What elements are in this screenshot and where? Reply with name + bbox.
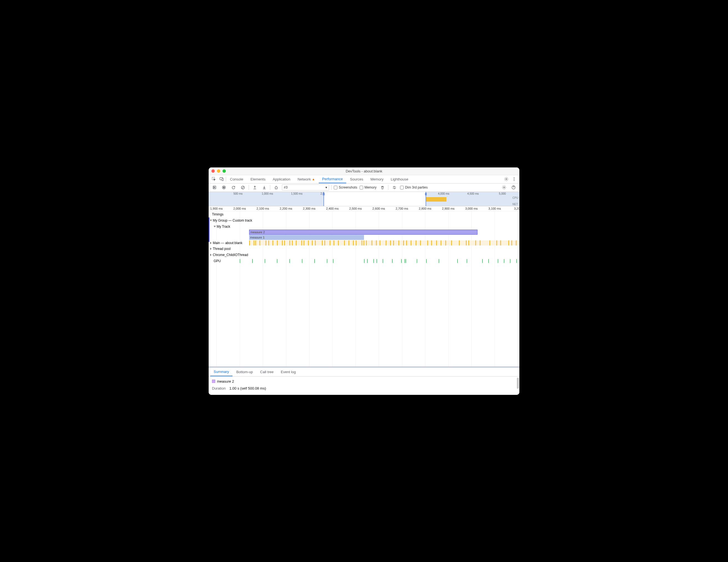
subtrack-row-header[interactable]: My Track (209, 223, 519, 229)
task-bar[interactable] (376, 240, 377, 245)
gpu-task-bar[interactable] (482, 259, 483, 263)
gpu-task-bar[interactable] (289, 259, 290, 263)
tab-console[interactable]: Console (227, 175, 247, 183)
clear-icon[interactable] (239, 184, 246, 191)
task-bar[interactable] (348, 240, 349, 245)
task-bar[interactable] (268, 240, 269, 245)
task-bar[interactable] (371, 240, 372, 245)
task-bar[interactable] (330, 240, 330, 245)
group-row-header[interactable]: My Group — Custom track (209, 217, 519, 223)
task-bar[interactable] (266, 240, 266, 245)
gpu-task-bar[interactable] (405, 259, 405, 263)
task-bar[interactable] (511, 240, 512, 245)
flame-chart[interactable]: Timings My Group — Custom track My Track… (209, 211, 519, 367)
gpu-task-bar[interactable] (516, 259, 517, 263)
task-bar[interactable] (496, 240, 497, 245)
tab-lighthouse[interactable]: Lighthouse (387, 175, 412, 183)
tab-memory[interactable]: Memory (367, 175, 387, 183)
memory-checkbox[interactable]: Memory (360, 185, 376, 189)
task-bar[interactable] (508, 240, 509, 245)
task-bar[interactable] (475, 240, 476, 245)
disclosure-triangle-icon[interactable] (210, 220, 212, 221)
tab-sources[interactable]: Sources (347, 175, 367, 183)
gpu-task-bar[interactable] (277, 259, 277, 263)
scrollbar-thumb[interactable] (517, 378, 519, 389)
details-tab-bottomup[interactable]: Bottom-up (233, 367, 256, 376)
settings-icon[interactable] (503, 175, 510, 183)
gpu-task-bar[interactable] (401, 259, 402, 263)
main-thread-lane[interactable] (249, 240, 519, 245)
device-toolbar-icon[interactable] (218, 175, 225, 183)
childio-row[interactable]: Chrome_ChildIOThread (209, 252, 519, 258)
main-row[interactable]: Main — about:blank (209, 240, 519, 246)
gpu-task-bar[interactable] (327, 259, 327, 263)
tab-network[interactable]: Network▲ (294, 175, 319, 183)
gpu-task-bar[interactable] (302, 259, 302, 263)
screenshots-checkbox[interactable]: Screenshots (334, 185, 357, 189)
gpu-task-bar[interactable] (406, 259, 406, 263)
gpu-task-bar[interactable] (265, 259, 265, 263)
task-bar[interactable] (344, 240, 345, 245)
task-bar[interactable] (427, 240, 428, 245)
reload-icon[interactable] (230, 184, 237, 191)
details-tab-calltree[interactable]: Call tree (257, 367, 277, 376)
gpu-task-bar[interactable] (333, 259, 333, 263)
gpu-task-bar[interactable] (439, 259, 439, 263)
task-bar[interactable] (322, 240, 323, 245)
task-bar[interactable] (393, 240, 394, 245)
titlebar[interactable]: DevTools - about:blank (209, 167, 519, 175)
disclosure-triangle-icon[interactable] (210, 242, 212, 244)
task-bar[interactable] (301, 240, 302, 245)
task-bar[interactable] (516, 240, 517, 245)
task-bar[interactable] (272, 240, 273, 245)
shortcuts-icon[interactable] (391, 184, 398, 191)
task-bar[interactable] (403, 240, 404, 245)
task-bar[interactable] (436, 240, 437, 245)
task-bar[interactable] (445, 240, 446, 245)
gc-icon[interactable] (379, 184, 386, 191)
task-bar[interactable] (289, 240, 290, 245)
task-bar[interactable] (459, 240, 460, 245)
task-bar[interactable] (324, 240, 325, 245)
task-bar[interactable] (353, 240, 354, 245)
download-icon[interactable] (261, 184, 268, 191)
measure-1-bar[interactable]: measure 1 (249, 235, 364, 240)
task-bar[interactable] (411, 240, 411, 245)
task-bar[interactable] (441, 240, 441, 245)
gpu-task-bar[interactable] (252, 259, 253, 263)
task-bar[interactable] (282, 240, 283, 245)
task-bar[interactable] (292, 240, 293, 245)
reload-record-icon[interactable] (220, 184, 227, 191)
inspect-element-icon[interactable] (210, 175, 218, 183)
selection-handle-right[interactable] (425, 193, 427, 195)
disclosure-triangle-icon[interactable] (210, 254, 212, 256)
perf-settings-icon[interactable] (501, 184, 508, 191)
task-bar[interactable] (431, 240, 432, 245)
help-icon[interactable] (510, 184, 517, 191)
task-bar[interactable] (259, 240, 260, 245)
task-bar[interactable] (363, 240, 364, 245)
task-bar[interactable] (304, 240, 304, 245)
dim-checkbox[interactable]: Dim 3rd parties (400, 185, 428, 189)
gpu-task-bar[interactable] (383, 259, 383, 263)
gpu-task-bar[interactable] (417, 259, 417, 263)
tab-application[interactable]: Application (269, 175, 294, 183)
recording-select[interactable]: #3 ▾ (282, 184, 329, 190)
timeline-overview[interactable]: 500 ms1,000 ms1,500 ms2,000 ms2,500 ms3,… (209, 192, 519, 206)
task-bar[interactable] (277, 240, 278, 245)
task-bar[interactable] (312, 240, 313, 245)
task-bar[interactable] (390, 240, 391, 245)
disclosure-triangle-icon[interactable] (210, 248, 212, 250)
measure-2-bar[interactable]: measure 2 (249, 229, 477, 234)
tab-elements[interactable]: Elements (247, 175, 269, 183)
details-tab-summary[interactable]: Summary (210, 367, 232, 376)
gpu-lane[interactable] (209, 258, 519, 263)
disclosure-triangle-icon[interactable] (214, 226, 216, 227)
task-bar[interactable] (466, 240, 467, 245)
task-bar[interactable] (296, 240, 297, 245)
task-bar[interactable] (480, 240, 481, 245)
task-bar[interactable] (366, 240, 367, 245)
task-bar[interactable] (249, 240, 250, 245)
gpu-task-bar[interactable] (510, 259, 510, 263)
task-bar[interactable] (500, 240, 501, 245)
